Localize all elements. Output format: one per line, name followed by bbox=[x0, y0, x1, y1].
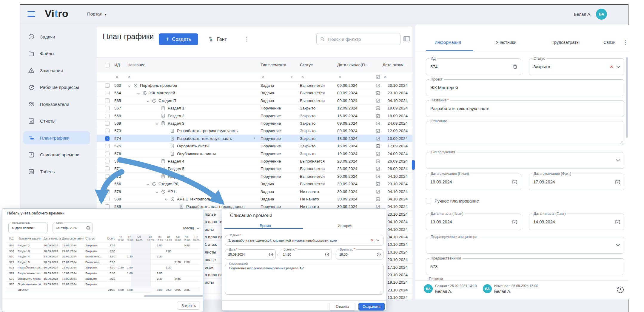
table-row-575[interactable]: 575Оформить листыПоручениеЗакрыто16.09.2… bbox=[97, 142, 412, 150]
calendar-filter-icon[interactable] bbox=[376, 75, 380, 80]
table-row-569[interactable]: 569Раздел 3ПоручениеЗакрыто09.09.202424.… bbox=[97, 120, 412, 127]
row-checkbox[interactable] bbox=[105, 83, 110, 88]
timesheet-row-570[interactable]: 570Раздел 423.09.202426.09.2024Выполняе.… bbox=[6, 254, 200, 259]
timesheet-horizontal-scrollbar[interactable] bbox=[144, 295, 203, 297]
panel-kebab-icon[interactable]: ⋮ bbox=[623, 39, 628, 45]
table-row-588[interactable]: 588АР1.1 ТехподпольеЗадачаНе начато30.09… bbox=[97, 195, 412, 203]
table-row-572[interactable]: 572Раздел 6ПоручениеВыполняется30.09.202… bbox=[97, 173, 412, 180]
timesheet-row-575[interactable]: 575Оформить листы16.09.202418.09.2024Зак… bbox=[6, 276, 200, 282]
table-row-566[interactable]: 566Стадия РДЗадачаВыполняется30.09.20242… bbox=[97, 180, 412, 188]
column-header-id[interactable]: ИД bbox=[114, 58, 120, 72]
filter-clear-icon[interactable]: ✕ bbox=[115, 72, 118, 82]
table-row-578[interactable]: 578АР1ЗадачаНе начато30.09.202404.10.202… bbox=[97, 188, 412, 195]
select-all-checkbox[interactable] bbox=[105, 63, 110, 67]
clear-icon[interactable]: ✕ bbox=[610, 64, 613, 69]
timesheet-scale-select[interactable]: Месяц bbox=[174, 224, 200, 232]
date-field[interactable]: Дата* 25.09.2024 bbox=[225, 249, 276, 260]
row-checkbox[interactable] bbox=[105, 197, 110, 201]
filter-clear-icon[interactable]: ✕ bbox=[301, 72, 304, 82]
initiator-unit-field[interactable]: Подразделение инициатора bbox=[426, 237, 624, 254]
clock-icon[interactable] bbox=[377, 252, 381, 257]
tree-expand-icon[interactable] bbox=[146, 182, 150, 188]
end-date-fact-field[interactable]: Дата окончания (Факт)17.09.2024 bbox=[529, 174, 624, 190]
row-kebab-icon[interactable]: ⋮ bbox=[253, 135, 257, 142]
row-checkbox[interactable] bbox=[105, 182, 110, 186]
filter-chevron-icon[interactable]: ∨ bbox=[291, 72, 293, 82]
timesheet-user-field[interactable]: ПользовательАндрей Левитин bbox=[8, 223, 48, 233]
resize-handle-icon[interactable] bbox=[380, 291, 382, 294]
table-row-574[interactable]: ✓574Разработать текстовую часть⋮Поручени… bbox=[97, 135, 412, 142]
task-field[interactable]: Задача* 3. разработка методической, спра… bbox=[225, 235, 383, 246]
name-field[interactable]: Название*Разработать текстовую часть bbox=[426, 100, 624, 117]
panel-divider-handle[interactable] bbox=[412, 160, 415, 170]
filter-clear-icon[interactable]: ✕ bbox=[262, 72, 265, 82]
table-row-563[interactable]: 563Портфель проектовЗадачаВыполняется09.… bbox=[97, 82, 412, 89]
project-field[interactable]: ПроектЖК Монтерей bbox=[426, 79, 624, 96]
column-header-end[interactable]: Дата оконч... bbox=[383, 58, 406, 72]
table-row-570[interactable]: 570Раздел 4ПоручениеВыполняется23.09.202… bbox=[97, 157, 412, 165]
tree-expand-icon[interactable] bbox=[155, 190, 159, 195]
timesheet-row-576[interactable]: 576Опубликовать ли...19.09.202424.09.202… bbox=[6, 281, 200, 287]
table-row-573[interactable]: 573Разработать графическую частьПоручени… bbox=[97, 127, 412, 135]
row-checkbox[interactable] bbox=[105, 91, 110, 95]
sidebar-item-processy[interactable]: Рабочие процессы bbox=[23, 81, 90, 94]
tree-expand-icon[interactable] bbox=[146, 99, 150, 104]
time-to-field[interactable]: Время до* 18:30 bbox=[336, 249, 383, 260]
sidebar-item-plan-grafiki[interactable]: План-графики bbox=[23, 131, 90, 144]
sidebar-item-zamechaniya[interactable]: Замечания bbox=[23, 64, 90, 77]
id-field[interactable]: ИД 574 bbox=[426, 58, 521, 75]
resize-handle-icon[interactable] bbox=[620, 141, 623, 144]
history-icon[interactable] bbox=[616, 285, 625, 295]
timesheet-row-569[interactable]: 569Раздел 310.09.202424.09.2024Закрыто2:… bbox=[6, 248, 200, 254]
calendar-icon[interactable] bbox=[615, 179, 620, 185]
panel-scrollbar[interactable] bbox=[626, 57, 628, 138]
tab-participants[interactable]: Участники bbox=[496, 40, 516, 45]
calendar-icon[interactable] bbox=[269, 252, 273, 257]
row-checkbox[interactable] bbox=[105, 174, 110, 179]
search-field[interactable] bbox=[316, 33, 400, 45]
row-checkbox[interactable] bbox=[105, 144, 110, 148]
start-date-fact-field[interactable]: Дата начала (Факт)14.09.2024 bbox=[529, 214, 624, 230]
tab-time[interactable]: Время bbox=[260, 224, 271, 228]
row-checkbox[interactable] bbox=[105, 114, 110, 118]
row-checkbox[interactable] bbox=[105, 98, 110, 103]
row-checkbox[interactable] bbox=[105, 121, 110, 126]
columns-settings-icon[interactable] bbox=[403, 36, 410, 43]
table-row-564[interactable]: 564ЖК МонтерейЗадачаВыполняется09.09.202… bbox=[97, 89, 412, 97]
table-row-571[interactable]: 571Раздел 5ПоручениеВыполняется23.09.202… bbox=[97, 165, 412, 172]
search-input[interactable] bbox=[327, 36, 397, 42]
portal-dropdown[interactable]: Портал▼ bbox=[87, 11, 107, 16]
time-from-field[interactable]: Время с* 14:30 bbox=[280, 249, 332, 260]
calendar-icon[interactable] bbox=[512, 179, 517, 185]
predecessors-field[interactable]: Предшественники573 bbox=[426, 258, 624, 275]
table-row-568[interactable]: 568Раздел 2ПоручениеЗакрыто16.09.202418.… bbox=[97, 112, 412, 120]
row-checkbox[interactable] bbox=[105, 106, 110, 110]
column-header-name[interactable]: Название bbox=[127, 58, 145, 72]
sidebar-item-otchety[interactable]: Отчеты bbox=[23, 115, 90, 128]
order-type-field[interactable]: Тип поручения bbox=[426, 152, 624, 169]
sidebar-item-tabel[interactable]: Табель bbox=[23, 165, 90, 178]
sidebar-item-polzovateli[interactable]: Пользователи bbox=[23, 98, 90, 111]
column-header-start[interactable]: Дата начала(П... bbox=[337, 58, 368, 72]
cancel-button[interactable]: Отмена bbox=[329, 303, 355, 311]
chevron-down-icon[interactable] bbox=[616, 244, 620, 247]
chevron-down-icon[interactable] bbox=[616, 159, 620, 162]
end-date-plan-field[interactable]: Дата окончания (План)16.09.2024 bbox=[426, 174, 521, 190]
copy-icon[interactable] bbox=[512, 64, 517, 69]
row-checkbox[interactable] bbox=[105, 166, 110, 171]
column-header-type[interactable]: Тип элемента bbox=[261, 58, 286, 72]
tab-history[interactable]: История bbox=[338, 224, 352, 228]
clear-icon[interactable]: ✕ bbox=[371, 238, 374, 243]
row-checkbox[interactable] bbox=[105, 129, 110, 133]
create-button[interactable]: +Создать bbox=[159, 33, 198, 45]
gantt-view-button[interactable]: Гант bbox=[209, 35, 227, 43]
filter-clear-icon[interactable]: ✕ bbox=[338, 72, 341, 82]
sidebar-item-faily[interactable]: Файлы bbox=[23, 47, 90, 60]
comment-field[interactable]: Комментарий Подготовка шаблонов планиров… bbox=[225, 264, 383, 295]
calendar-icon[interactable] bbox=[86, 226, 90, 230]
calendar-icon[interactable] bbox=[615, 219, 620, 225]
description-field[interactable]: Описание bbox=[426, 121, 624, 145]
sidebar-item-spisanie-vremeni[interactable]: Списание времени bbox=[23, 148, 90, 161]
close-button[interactable]: Закрыть bbox=[177, 302, 200, 310]
table-row-567[interactable]: 567Раздел 1ПоручениеЗакрыто12.09.202418.… bbox=[97, 104, 412, 112]
